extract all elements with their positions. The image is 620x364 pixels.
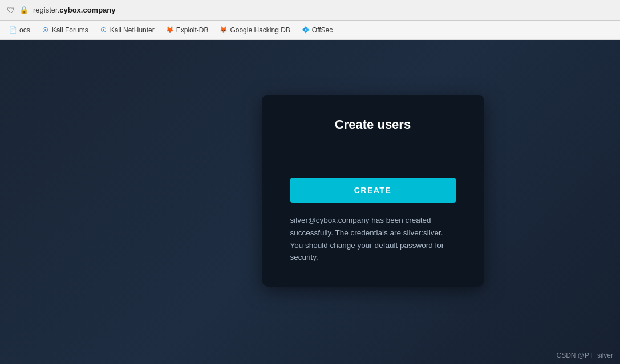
shield-icon: 🛡 xyxy=(7,6,15,15)
bookmark-kali-forums[interactable]: ⦿ Kali Forums xyxy=(37,24,93,36)
bookmark-kali-nethunter-label: Kali NetHunter xyxy=(110,26,155,34)
username-input[interactable] xyxy=(290,149,456,166)
bookmark-docs[interactable]: 📄 ocs xyxy=(5,24,35,36)
exploit-db-icon: 🦊 xyxy=(166,26,174,34)
bookmarks-bar: 📄 ocs ⦿ Kali Forums ⦿ Kali NetHunter 🦊 E… xyxy=(0,21,620,40)
success-message: silver@cybox.company has been created su… xyxy=(290,214,456,263)
bookmark-offsec[interactable]: 💠 OffSec xyxy=(297,24,337,36)
bookmark-google-hacking-db[interactable]: 🦊 Google Hacking DB xyxy=(215,24,294,36)
docs-icon: 📄 xyxy=(9,26,17,34)
watermark: CSDN @PT_silver xyxy=(556,351,613,359)
google-hacking-db-icon: 🦊 xyxy=(220,26,228,34)
lock-icon: 🔒 xyxy=(19,6,29,14)
kali-forums-icon: ⦿ xyxy=(42,26,50,34)
bookmark-kali-nethunter[interactable]: ⦿ Kali NetHunter xyxy=(95,24,159,36)
offsec-icon: 💠 xyxy=(302,26,310,34)
browser-chrome: 🛡 🔒 register.cybox.company 📄 ocs ⦿ Kali … xyxy=(0,0,620,40)
bookmark-kali-forums-label: Kali Forums xyxy=(52,26,88,34)
address-bar[interactable]: 🛡 🔒 register.cybox.company xyxy=(0,0,620,21)
bookmark-docs-label: ocs xyxy=(19,26,30,34)
bookmark-google-hacking-db-label: Google Hacking DB xyxy=(230,26,290,34)
bookmark-exploit-db[interactable]: 🦊 Exploit-DB xyxy=(161,24,213,36)
page-content: Create users CREATE silver@cybox.company… xyxy=(0,40,620,364)
card-title: Create users xyxy=(335,117,411,132)
create-button[interactable]: CREATE xyxy=(290,178,456,203)
create-users-card: Create users CREATE silver@cybox.company… xyxy=(262,95,484,286)
kali-nethunter-icon: ⦿ xyxy=(100,26,108,34)
bookmark-offsec-label: OffSec xyxy=(312,26,333,34)
bookmark-exploit-db-label: Exploit-DB xyxy=(176,26,209,34)
address-text: register.cybox.company xyxy=(33,6,116,14)
